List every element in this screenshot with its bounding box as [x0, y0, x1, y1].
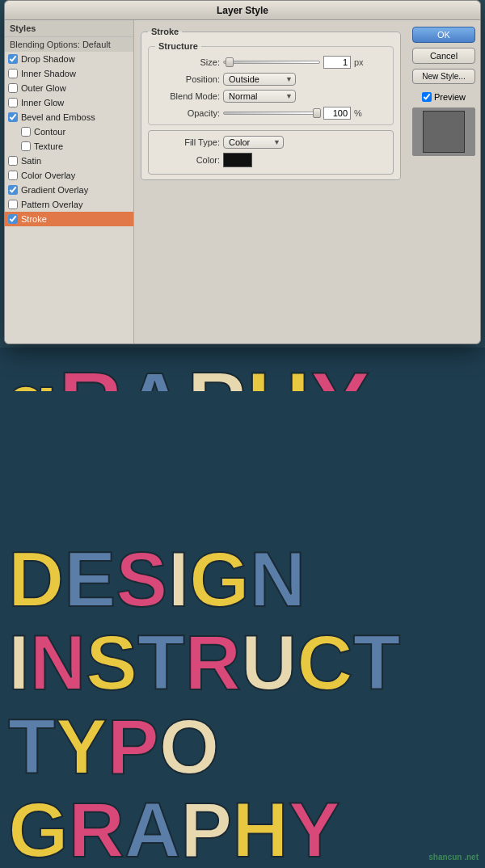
letter-C: C [297, 626, 352, 699]
fill-type-select[interactable]: Color Gradient Pattern [223, 136, 284, 149]
blend-mode-row: Blend Mode: Normal Multiply Screen Overl… [155, 90, 386, 103]
outer-glow-label: Outer Glow [21, 83, 66, 93]
color-label: Color: [155, 155, 220, 165]
sidebar-item-color-overlay[interactable]: Color Overlay [5, 168, 133, 183]
letter-A2: A [124, 793, 180, 866]
dialog-body: Styles Blending Options: Default Drop Sh… [5, 20, 480, 343]
sidebar-item-blending-options[interactable]: Blending Options: Default [5, 37, 133, 52]
letter-R: R [185, 626, 241, 699]
preview-label-row: Preview [422, 92, 466, 102]
stroke-checkbox[interactable] [8, 214, 18, 224]
stroke-fieldset: Stroke Structure Size: px [141, 27, 401, 180]
size-unit: px [354, 57, 364, 67]
sidebar-item-drop-shadow[interactable]: Drop Shadow [5, 52, 133, 66]
gradient-overlay-label: Gradient Overlay [21, 185, 88, 195]
sidebar-item-texture[interactable]: Texture [5, 139, 133, 154]
letter-P3: P [180, 793, 232, 866]
graphy-row: G R A P H Y [0, 785, 485, 868]
sidebar-item-contour[interactable]: Contour [5, 124, 133, 139]
buttons-column: OK Cancel New Style... Preview [407, 20, 480, 343]
opacity-slider-track[interactable] [223, 112, 320, 115]
pattern-overlay-checkbox[interactable] [8, 200, 18, 209]
dialog-titlebar: Layer Style [5, 1, 480, 20]
letter-O: O [159, 710, 220, 783]
drop-shadow-checkbox[interactable] [8, 54, 18, 64]
typo-row: T Y P O [0, 702, 485, 785]
stroke-label: Stroke [21, 214, 47, 224]
blend-mode-select[interactable]: Normal Multiply Screen Overlay [223, 90, 296, 103]
fill-type-select-wrap: Color Gradient Pattern ▼ [223, 136, 284, 149]
opacity-slider-thumb[interactable] [313, 108, 321, 118]
inner-glow-checkbox[interactable] [8, 98, 18, 107]
design-row: D E S I G N [0, 534, 485, 617]
pattern-overlay-label: Pattern Overlay [21, 200, 82, 209]
blending-options-label: Blending Options: Default [10, 40, 111, 49]
letter-G: G [189, 542, 250, 616]
sidebar-item-stroke[interactable]: Stroke [5, 212, 133, 226]
inner-glow-label: Inner Glow [21, 98, 64, 107]
size-row: Size: px [155, 56, 386, 69]
letter-H2: H [232, 793, 288, 866]
letter-N: N [250, 542, 306, 616]
position-select-wrap: Outside Inside Center ▼ [223, 73, 296, 86]
opacity-unit: % [354, 108, 362, 118]
outer-glow-checkbox[interactable] [8, 83, 18, 93]
preview-checkbox[interactable] [422, 92, 432, 102]
fill-fieldset: Fill Type: Color Gradient Pattern ▼ [148, 130, 394, 175]
size-label: Size: [155, 57, 220, 67]
gradient-overlay-checkbox[interactable] [8, 185, 18, 195]
position-label: Position: [155, 74, 220, 84]
letter-N2: N [30, 626, 86, 699]
fill-type-row: Fill Type: Color Gradient Pattern ▼ [155, 136, 386, 149]
letter-T: T [137, 626, 185, 699]
preview-inner [423, 111, 465, 153]
sidebar-item-satin[interactable]: Satin [5, 154, 133, 168]
cancel-button[interactable]: Cancel [412, 48, 475, 64]
blend-mode-label: Blend Mode: [155, 91, 220, 101]
sidebar-item-outer-glow[interactable]: Outer Glow [5, 81, 133, 95]
color-swatch[interactable] [223, 153, 252, 167]
position-select[interactable]: Outside Inside Center [223, 73, 296, 86]
ok-button[interactable]: OK [412, 27, 475, 43]
instruct-row: I N S T R U C T [0, 617, 485, 701]
position-row: Position: Outside Inside Center ▼ [155, 73, 386, 86]
partial-letter-R: R [58, 352, 122, 391]
styles-panel-header: Styles [5, 20, 133, 37]
letter-I2: I [8, 626, 30, 699]
drop-shadow-label: Drop Shadow [21, 54, 75, 64]
satin-checkbox[interactable] [8, 156, 18, 166]
letter-G2: G [8, 793, 69, 866]
new-style-button[interactable]: New Style... [412, 69, 475, 84]
sidebar-item-pattern-overlay[interactable]: Pattern Overlay [5, 197, 133, 212]
letter-R2: R [69, 793, 124, 866]
inner-shadow-checkbox[interactable] [8, 69, 18, 78]
partial-letter-H: H [246, 352, 310, 391]
dialog-title: Layer Style [217, 5, 268, 16]
bevel-emboss-label: Bevel and Emboss [21, 112, 95, 122]
preview-label-text: Preview [434, 92, 466, 102]
letter-T3: T [8, 710, 56, 783]
letter-D: D [8, 542, 64, 616]
letter-S: S [116, 542, 167, 616]
letter-Y2: Y [289, 793, 340, 866]
sidebar-item-inner-shadow[interactable]: Inner Shadow [5, 66, 133, 81]
color-overlay-checkbox[interactable] [8, 171, 18, 180]
opacity-input[interactable] [323, 107, 351, 120]
watermark-brand: shancun [428, 853, 462, 862]
watermark-suffix: .net [464, 853, 479, 862]
letter-P2: P [108, 710, 159, 783]
bg-art: g R A P H Y D E S I G N I N S T R U C T [0, 348, 485, 868]
texture-label: Texture [34, 141, 63, 151]
bevel-emboss-checkbox[interactable] [8, 112, 18, 122]
sidebar-item-gradient-overlay[interactable]: Gradient Overlay [5, 183, 133, 197]
structure-fieldset: Structure Size: px Position: [148, 41, 394, 125]
size-slider-track[interactable] [223, 61, 320, 64]
sidebar-item-bevel-emboss[interactable]: Bevel and Emboss [5, 110, 133, 124]
texture-checkbox[interactable] [21, 141, 31, 151]
sidebar-item-inner-glow[interactable]: Inner Glow [5, 95, 133, 110]
contour-checkbox[interactable] [21, 127, 31, 137]
size-slider-thumb[interactable] [226, 57, 234, 67]
size-input[interactable] [323, 56, 351, 69]
color-row: Color: [155, 153, 386, 167]
letter-T2: T [353, 626, 401, 699]
